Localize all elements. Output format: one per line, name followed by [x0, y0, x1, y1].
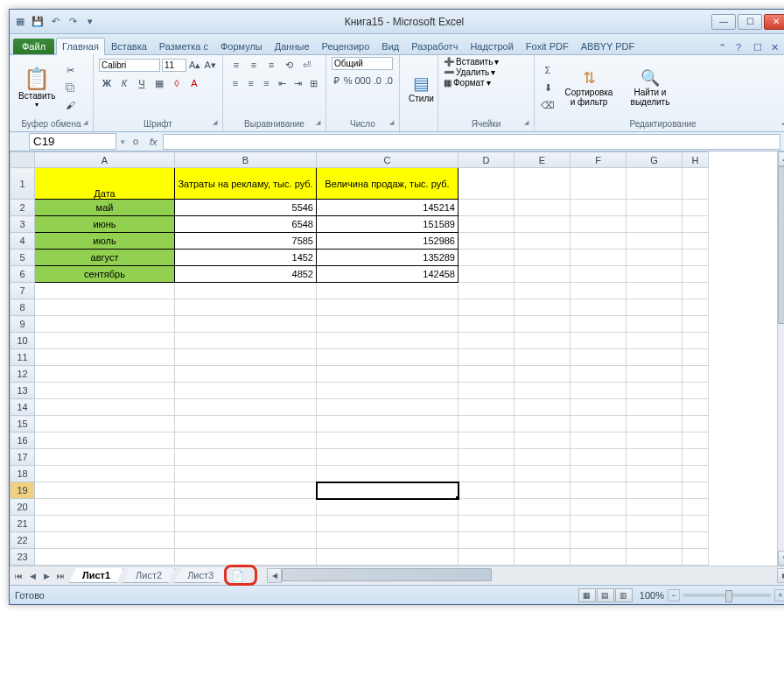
sheet-tab[interactable]: Лист3: [174, 568, 227, 583]
cell[interactable]: 142458: [317, 266, 458, 283]
italic-icon[interactable]: К: [116, 75, 132, 91]
new-sheet-button[interactable]: 📄: [226, 568, 249, 584]
cell[interactable]: Величина продаж, тыс. руб.: [317, 168, 458, 200]
help-icon[interactable]: ?: [736, 42, 748, 54]
cell[interactable]: 152986: [317, 233, 458, 250]
underline-icon[interactable]: Ч: [134, 75, 150, 91]
cut-icon[interactable]: ✂: [62, 62, 78, 78]
cell[interactable]: Дата: [35, 168, 175, 200]
row-header[interactable]: 18: [10, 466, 35, 482]
page-layout-view-button[interactable]: ▤: [597, 588, 614, 602]
formula-input[interactable]: [163, 134, 780, 150]
cell[interactable]: 145214: [317, 200, 458, 216]
row-header[interactable]: 17: [10, 449, 35, 466]
cell[interactable]: 7585: [175, 233, 317, 250]
row-header[interactable]: 12: [10, 366, 35, 383]
minimize-button[interactable]: —: [711, 14, 736, 30]
row-header[interactable]: 23: [10, 549, 35, 566]
minimize-ribbon-icon[interactable]: ⌃: [718, 42, 731, 54]
tab-home[interactable]: Главная: [56, 38, 105, 55]
shrink-font-icon[interactable]: A▾: [204, 57, 218, 73]
row-header[interactable]: 7: [10, 283, 35, 299]
col-header[interactable]: A: [35, 152, 175, 168]
row-header[interactable]: 22: [10, 532, 35, 549]
merge-icon[interactable]: ⊞: [306, 75, 320, 91]
row-header[interactable]: 11: [10, 349, 35, 366]
row-header[interactable]: 21: [10, 516, 35, 532]
insert-cells-button[interactable]: ➕ Вставить ▾: [444, 57, 528, 67]
bold-icon[interactable]: Ж: [99, 75, 115, 91]
prev-sheet-button[interactable]: ◀: [25, 569, 39, 583]
col-header[interactable]: H: [682, 152, 709, 168]
row-header[interactable]: 20: [10, 499, 35, 516]
cell[interactable]: июнь: [35, 216, 175, 233]
normal-view-button[interactable]: ▦: [578, 588, 596, 602]
zoom-slider[interactable]: [683, 594, 771, 597]
row-header[interactable]: 15: [10, 416, 35, 432]
tab-view[interactable]: Вид: [375, 38, 405, 54]
scroll-down-button[interactable]: ▼: [778, 551, 784, 566]
cell[interactable]: Затраты на рекламу, тыс. руб.: [175, 168, 317, 200]
wrap-text-icon[interactable]: ⏎: [298, 57, 314, 73]
cell[interactable]: 6548: [175, 216, 317, 233]
row-header[interactable]: 1: [10, 168, 35, 200]
indent-inc-icon[interactable]: ⇥: [290, 75, 304, 91]
cell[interactable]: 151589: [317, 216, 458, 233]
select-all-corner[interactable]: [10, 152, 35, 168]
cell[interactable]: май: [35, 200, 175, 216]
tab-addins[interactable]: Надстрой: [464, 38, 519, 54]
font-size-select[interactable]: [162, 59, 186, 72]
delete-cells-button[interactable]: ➖ Удалить ▾: [444, 67, 528, 77]
find-select-button[interactable]: 🔍 Найти и выделить: [622, 67, 678, 109]
undo-icon[interactable]: ↶: [48, 15, 62, 29]
sheet-tab[interactable]: Лист2: [122, 568, 175, 583]
qat-more-icon[interactable]: ▾: [83, 15, 97, 29]
sheet-tab[interactable]: Лист1: [69, 568, 123, 583]
scroll-thumb[interactable]: [778, 166, 784, 324]
inc-decimal-icon[interactable]: .0: [373, 73, 382, 88]
row-header[interactable]: 4: [10, 233, 35, 250]
scroll-right-button[interactable]: ▶: [777, 568, 784, 583]
name-box[interactable]: [29, 133, 116, 150]
last-sheet-button[interactable]: ⏭: [53, 569, 67, 583]
row-header[interactable]: 5: [10, 250, 35, 266]
row-header[interactable]: 2: [10, 200, 35, 216]
col-header[interactable]: G: [626, 152, 682, 168]
scroll-left-button[interactable]: ◀: [267, 568, 282, 583]
row-header[interactable]: 19: [10, 482, 35, 499]
cell[interactable]: 5546: [175, 200, 317, 216]
row-header[interactable]: 6: [10, 266, 35, 283]
zoom-in-button[interactable]: +: [774, 589, 784, 601]
file-tab[interactable]: Файл: [13, 39, 54, 54]
row-header[interactable]: 8: [10, 299, 35, 316]
tab-data[interactable]: Данные: [269, 38, 316, 54]
col-header[interactable]: E: [514, 152, 570, 168]
window-restore-icon[interactable]: ☐: [753, 42, 766, 54]
format-cells-button[interactable]: ▦ Формат ▾: [444, 78, 528, 88]
first-sheet-button[interactable]: ⏮: [11, 569, 25, 583]
maximize-button[interactable]: ☐: [738, 14, 762, 30]
fx-icon[interactable]: fx: [144, 137, 163, 147]
cell[interactable]: август: [35, 250, 175, 266]
zoom-out-button[interactable]: −: [668, 589, 680, 601]
grow-font-icon[interactable]: A▴: [188, 57, 202, 73]
tab-developer[interactable]: Разработч: [405, 38, 464, 54]
align-middle-icon[interactable]: ≡: [246, 57, 262, 73]
col-header[interactable]: F: [570, 152, 626, 168]
sort-filter-button[interactable]: ⇅ Сортировка и фильтр: [559, 67, 619, 109]
close-button[interactable]: ✕: [764, 14, 784, 30]
fill-color-icon[interactable]: ◊: [169, 75, 185, 91]
row-header[interactable]: 13: [10, 383, 35, 399]
align-left-icon[interactable]: ≡: [228, 75, 242, 91]
row-header[interactable]: 14: [10, 399, 35, 416]
fill-icon[interactable]: ⬇: [540, 80, 556, 95]
indent-dec-icon[interactable]: ⇤: [275, 75, 289, 91]
align-right-icon[interactable]: ≡: [260, 75, 274, 91]
row-header[interactable]: 9: [10, 316, 35, 333]
row-header[interactable]: 3: [10, 216, 35, 233]
col-header[interactable]: B: [175, 152, 317, 168]
col-header[interactable]: C: [317, 152, 458, 168]
format-painter-icon[interactable]: 🖌: [62, 97, 78, 113]
align-center-icon[interactable]: ≡: [244, 75, 258, 91]
row-header[interactable]: 16: [10, 432, 35, 449]
